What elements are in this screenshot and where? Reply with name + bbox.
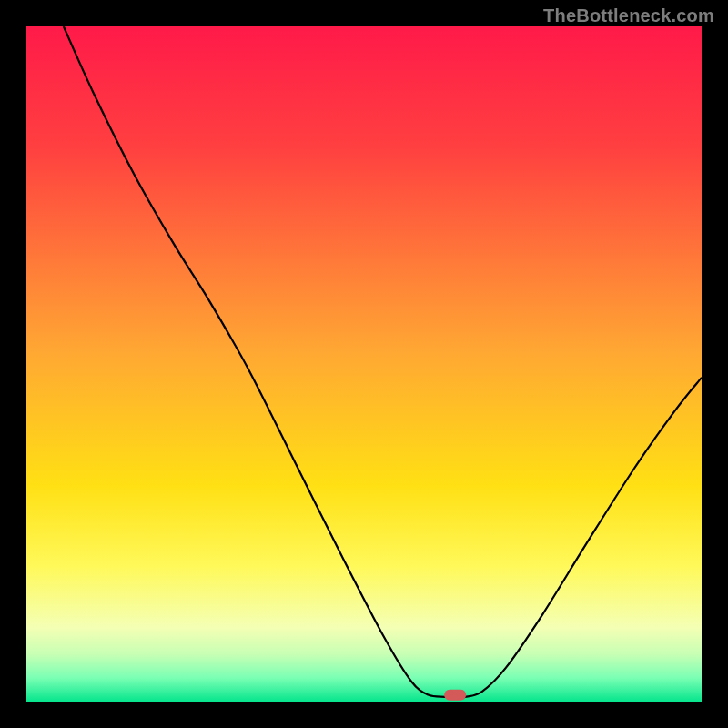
watermark-text: TheBottleneck.com: [543, 5, 714, 26]
bottleneck-curve: [26, 26, 702, 702]
chart-stage: TheBottleneck.com: [0, 0, 728, 728]
plot-area: [26, 26, 702, 702]
optimal-marker: [444, 689, 466, 701]
curve-path: [64, 26, 702, 697]
